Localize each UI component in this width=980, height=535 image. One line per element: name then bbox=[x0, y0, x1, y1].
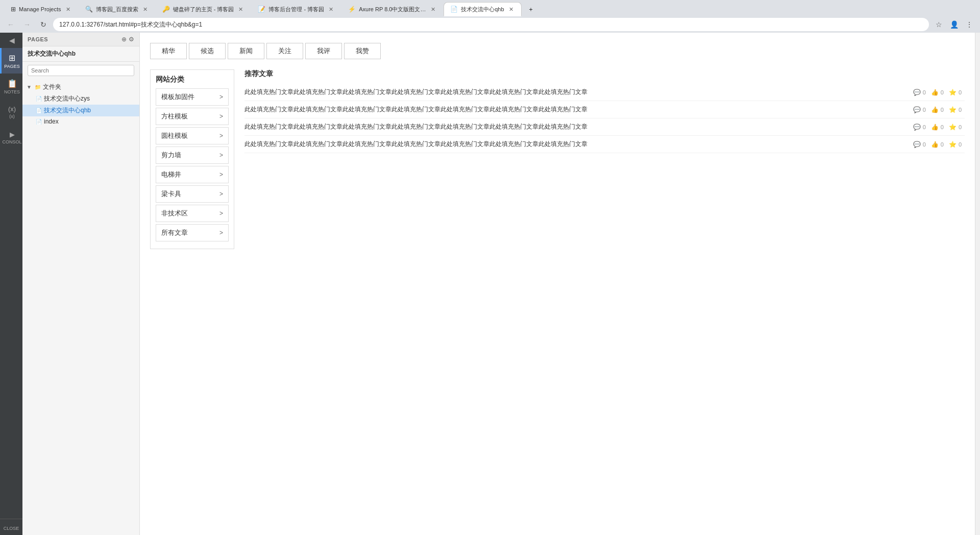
tab-favicon: 📄 bbox=[450, 6, 458, 13]
site-left-sidebar: 网站分类 模板加固件 > 方柱模板 > bbox=[150, 69, 234, 249]
settings-icon[interactable]: ⚙ bbox=[129, 36, 134, 43]
add-page-icon[interactable]: ⊕ bbox=[121, 36, 127, 43]
article-text-2[interactable]: 此处填充热门文章此处填充热门文章此处填充热门文章此处填充热门文章此处填充热门文章… bbox=[244, 105, 913, 114]
category-item-2[interactable]: 方柱模板 > bbox=[156, 108, 229, 125]
category-arrow-8: > bbox=[219, 229, 223, 236]
category-label-2: 方柱模板 bbox=[161, 112, 188, 121]
tree-file-index[interactable]: 📄 index bbox=[22, 116, 139, 127]
tree-folder-item[interactable]: ▼ 📁 文件夹 bbox=[22, 81, 139, 93]
search-box bbox=[22, 62, 139, 79]
article-item-1: 此处填充热门文章此处填充热门文章此处填充热门文章此处填充热门文章此处填充热门文章… bbox=[244, 84, 965, 101]
category-item-4[interactable]: 剪力墙 > bbox=[156, 147, 229, 164]
like-count-1: 0 bbox=[941, 89, 944, 95]
category-item-5[interactable]: 电梯井 > bbox=[156, 166, 229, 183]
bookmark-icon[interactable]: ☆ bbox=[932, 18, 945, 31]
browser-actions: ☆ 👤 ⋮ bbox=[932, 18, 976, 31]
folder-label: 文件夹 bbox=[43, 83, 61, 91]
tab-favicon: 📝 bbox=[258, 6, 265, 13]
like-count-3: 0 bbox=[941, 124, 944, 130]
tree-file-zys[interactable]: 📄 技术交流中心zys bbox=[22, 93, 139, 105]
nav-follow[interactable]: 关注 bbox=[266, 43, 303, 59]
nav-mylike[interactable]: 我赞 bbox=[344, 43, 381, 59]
new-tab-button[interactable]: ＋ bbox=[524, 2, 538, 16]
category-item-7[interactable]: 非技术区 > bbox=[156, 205, 229, 222]
tab-keyboard[interactable]: 🔑 键盘碎了的主页 - 博客园 ✕ bbox=[156, 2, 252, 16]
category-arrow-3: > bbox=[219, 132, 223, 139]
article-text-4[interactable]: 此处填充热门文章此处填充热门文章此处填充热门文章此处填充热门文章此处填充热门文章… bbox=[244, 140, 913, 149]
category-label-5: 电梯井 bbox=[161, 170, 181, 179]
star-icon-2: ⭐ bbox=[949, 106, 957, 113]
url-input[interactable]: 127.0.0.1:32767/start.html#p=技术交流中心qhb&g… bbox=[53, 18, 929, 31]
tab-close-icon[interactable]: ✕ bbox=[64, 5, 72, 14]
article-stats-2: 💬 0 👍 0 ⭐ 0 bbox=[913, 106, 965, 113]
tab-blog-admin[interactable]: 📝 博客后台管理 - 博客园 ✕ bbox=[251, 2, 341, 16]
star-count-4: 0 bbox=[959, 141, 962, 148]
notes-panel-button[interactable]: 📋 NOTES bbox=[0, 74, 22, 99]
article-text-3[interactable]: 此处填充热门文章此处填充热门文章此处填充热门文章此处填充热门文章此处填充热门文章… bbox=[244, 123, 913, 131]
category-item-3[interactable]: 圆柱模板 > bbox=[156, 127, 229, 144]
collapse-icon: ◀ bbox=[9, 36, 15, 44]
preview-container: 精华 候选 新闻 关注 我评 我赞 网站分类 bbox=[140, 33, 975, 461]
comment-count-1: 0 bbox=[923, 89, 926, 95]
tab-close-icon[interactable]: ✕ bbox=[507, 5, 515, 14]
comment-icon-4: 💬 bbox=[913, 141, 921, 148]
pages-icon: ⊞ bbox=[9, 53, 15, 63]
back-button[interactable]: ← bbox=[4, 18, 17, 31]
variables-panel-button[interactable]: (x) (x) bbox=[0, 99, 22, 125]
article-text-1[interactable]: 此处填充热门文章此处填充热门文章此处填充热门文章此处填充热门文章此处填充热门文章… bbox=[244, 88, 913, 96]
tab-close-icon[interactable]: ✕ bbox=[237, 5, 244, 14]
console-panel-button[interactable]: ▶ CONSOL bbox=[0, 125, 22, 150]
tree-file-qhb[interactable]: 📄 技术交流中心qhb bbox=[22, 105, 139, 116]
reload-button[interactable]: ↻ bbox=[37, 18, 50, 31]
category-arrow-7: > bbox=[219, 210, 223, 217]
menu-icon[interactable]: ⋮ bbox=[963, 18, 976, 31]
like-icon-2: 👍 bbox=[931, 106, 939, 113]
pages-label: PAGES bbox=[4, 64, 19, 69]
like-icon-1: 👍 bbox=[931, 89, 939, 96]
url-text: 127.0.0.1:32767/start.html#p=技术交流中心qhb&g… bbox=[59, 20, 202, 29]
content-section: 网站分类 模板加固件 > 方柱模板 > bbox=[150, 69, 965, 249]
category-arrow-4: > bbox=[219, 152, 223, 159]
comment-count-3: 0 bbox=[923, 124, 926, 130]
tab-favicon: ⊞ bbox=[11, 6, 16, 13]
forward-button[interactable]: → bbox=[20, 18, 34, 31]
tab-close-icon[interactable]: ✕ bbox=[429, 5, 437, 14]
close-button[interactable]: CLOSE bbox=[0, 519, 22, 535]
category-list: 模板加固件 > 方柱模板 > 圆柱模板 > bbox=[156, 88, 229, 241]
article-stats-1: 💬 0 👍 0 ⭐ 0 bbox=[913, 89, 965, 96]
category-item-8[interactable]: 所有文章 > bbox=[156, 224, 229, 241]
panel-header: PAGES ⊕ ⚙ bbox=[22, 33, 139, 46]
nav-featured[interactable]: 精华 bbox=[150, 43, 187, 59]
like-count-4: 0 bbox=[941, 141, 944, 148]
file-label-index: index bbox=[44, 118, 59, 125]
collapse-panel-button[interactable]: ◀ bbox=[0, 33, 22, 48]
tree-file-icon-3: 📄 bbox=[36, 119, 42, 125]
browser-chrome: ⊞ Manage Projects ✕ 🔍 博客园_百度搜索 ✕ 🔑 键盘碎了的… bbox=[0, 0, 980, 33]
profile-icon[interactable]: 👤 bbox=[947, 18, 961, 31]
category-item-1[interactable]: 模板加固件 > bbox=[156, 88, 229, 106]
tab-axure[interactable]: ⚡ Axure RP 8.0中文版图文安装... ✕ bbox=[341, 2, 444, 16]
tab-active[interactable]: 📄 技术交流中心qhb ✕ bbox=[444, 2, 521, 16]
like-count-2: 0 bbox=[941, 107, 944, 113]
nav-mycomment[interactable]: 我评 bbox=[305, 43, 342, 59]
category-label-3: 圆柱模板 bbox=[161, 131, 188, 140]
tab-close-icon[interactable]: ✕ bbox=[141, 5, 149, 14]
category-item-6[interactable]: 梁卡具 > bbox=[156, 185, 229, 203]
category-arrow-2: > bbox=[219, 113, 223, 120]
tab-bar: ⊞ Manage Projects ✕ 🔍 博客园_百度搜索 ✕ 🔑 键盘碎了的… bbox=[0, 0, 980, 16]
tab-close-icon[interactable]: ✕ bbox=[327, 5, 335, 14]
tab-favicon: ⚡ bbox=[348, 6, 356, 13]
nav-news[interactable]: 新闻 bbox=[228, 43, 264, 59]
tab-baidu[interactable]: 🔍 博客园_百度搜索 ✕ bbox=[79, 2, 156, 16]
tab-manage-projects[interactable]: ⊞ Manage Projects ✕ bbox=[4, 2, 79, 16]
category-label-8: 所有文章 bbox=[161, 228, 188, 237]
search-input[interactable] bbox=[28, 65, 134, 76]
panel-actions: ⊕ ⚙ bbox=[121, 36, 134, 43]
star-icon-3: ⭐ bbox=[949, 124, 957, 131]
site-nav: 精华 候选 新闻 关注 我评 我赞 bbox=[150, 43, 965, 59]
tree-toggle-icon: ▼ bbox=[27, 84, 33, 90]
pages-panel-button[interactable]: ⊞ PAGES bbox=[0, 48, 22, 74]
nav-candidate[interactable]: 候选 bbox=[189, 43, 226, 59]
like-icon-3: 👍 bbox=[931, 124, 939, 131]
category-label-1: 模板加固件 bbox=[161, 92, 194, 102]
